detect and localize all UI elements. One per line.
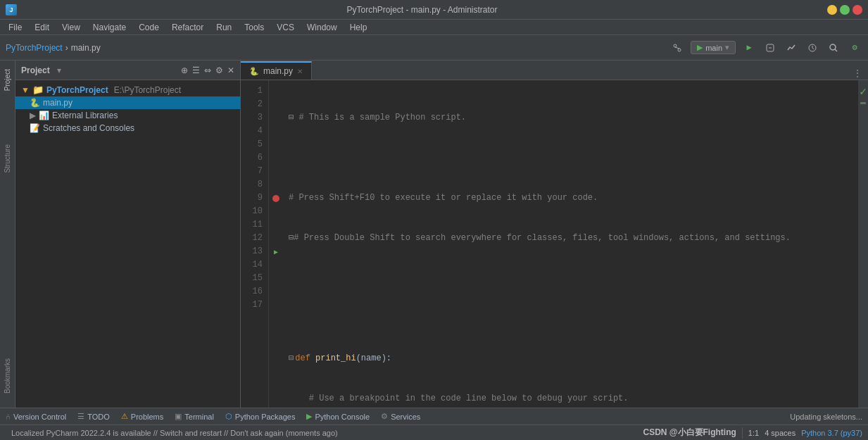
toolbar-breadcrumb: PyTorchProject › main.py <box>6 43 101 53</box>
indent-indicator[interactable]: 4 spaces <box>765 429 795 437</box>
maximize-button[interactable] <box>840 5 850 15</box>
tab-close-button[interactable]: ✕ <box>297 68 303 75</box>
code-line-6 <box>286 312 858 325</box>
editor-tab-main-py[interactable]: 🐍 main.py ✕ <box>241 61 312 80</box>
bottom-tab-terminal[interactable]: ▣ Terminal <box>169 408 220 425</box>
coverage-button[interactable] <box>784 40 799 56</box>
external-libs-label: External Libraries <box>52 111 118 120</box>
run-button[interactable]: ▶ <box>741 40 757 56</box>
run-config-dropdown-icon: ▾ <box>725 43 729 52</box>
bottom-tab-todo[interactable]: ☰ TODO <box>72 408 115 425</box>
profile-button[interactable] <box>805 40 820 56</box>
toolbar-right: ▶ main ▾ ▶ ⚙ <box>669 40 862 56</box>
close-button[interactable] <box>853 5 862 15</box>
menu-tools[interactable]: Tools <box>239 21 270 34</box>
main-py-label: main.py <box>43 98 73 108</box>
gutter-line-2 <box>269 98 283 111</box>
title-bar-left: J <box>6 4 17 15</box>
menu-window[interactable]: Window <box>301 21 343 34</box>
project-folder-icon: 📁 <box>32 84 44 95</box>
svg-line-2 <box>675 47 679 49</box>
horizontal-split-icon[interactable]: ⇔ <box>204 65 211 75</box>
tree-item-main-py[interactable]: 🐍 main.py <box>15 96 240 109</box>
run-config-selector[interactable]: ▶ main ▾ <box>691 41 736 54</box>
bottom-tab-services[interactable]: ⚙ Services <box>375 408 426 425</box>
editor-tabs: 🐍 main.py ✕ ⋮ <box>241 61 868 80</box>
toolbar-project-name[interactable]: PyTorchProject <box>6 43 63 53</box>
side-tab-structure[interactable]: Structure <box>2 139 13 179</box>
gutter-line-12 <box>269 232 283 245</box>
menu-vcs[interactable]: VCS <box>271 21 300 34</box>
position-indicator[interactable]: 1:1 <box>748 429 759 437</box>
version-control-icon: ⑃ <box>6 413 11 421</box>
menu-run[interactable]: Run <box>210 21 237 34</box>
menu-edit[interactable]: Edit <box>29 21 55 34</box>
python-console-label: Python Console <box>315 413 370 421</box>
tree-item-scratches[interactable]: 📝 Scratches and Consoles <box>15 122 240 134</box>
git-icon[interactable] <box>669 40 685 56</box>
gutter-line-4 <box>269 125 283 138</box>
divider <box>742 427 743 439</box>
code-line-3: # Press Shift+F10 to execute it or repla… <box>286 191 858 205</box>
gutter: ▶ <box>269 80 283 408</box>
bottom-toolbar: ⑃ Version Control ☰ TODO ⚠ Problems ▣ Te… <box>0 408 868 425</box>
breadcrumb-separator: › <box>65 43 68 53</box>
bottom-tab-python-packages[interactable]: ⬡ Python Packages <box>220 408 301 425</box>
todo-icon: ☰ <box>77 412 84 421</box>
run-arrow-icon: ▶ <box>274 248 278 256</box>
svg-point-0 <box>674 44 677 47</box>
project-dropdown-icon[interactable]: ▾ <box>57 65 61 75</box>
watermark-text: CSDN @小白要Fighting <box>643 427 736 439</box>
python-console-icon: ▶ <box>306 412 312 421</box>
tree-item-external-libs[interactable]: ▶ 📊 External Libraries <box>15 109 240 122</box>
gutter-run-13[interactable]: ▶ <box>269 245 283 258</box>
right-scrollbar[interactable]: ✓ <box>858 80 868 408</box>
minimize-button[interactable] <box>827 5 837 15</box>
new-file-icon[interactable]: ⊕ <box>181 65 188 75</box>
editor-options-icon[interactable]: ⋮ <box>853 68 862 80</box>
list-options-icon[interactable]: ☰ <box>192 65 200 75</box>
gutter-breakpoint-9[interactable] <box>269 191 283 205</box>
menu-code[interactable]: Code <box>133 21 165 34</box>
debug-button[interactable] <box>762 40 778 56</box>
search-button[interactable] <box>826 40 841 56</box>
no-errors-indicator: ✓ <box>857 82 868 101</box>
side-tab-project[interactable]: Project <box>2 63 13 96</box>
menu-bar: File Edit View Navigate Code Refactor Ru… <box>0 20 868 35</box>
code-line-7: ⊟def print_hi(name): <box>286 352 858 365</box>
code-content[interactable]: ⊟ # This is a sample Python script. # Pr… <box>283 80 858 408</box>
menu-file[interactable]: File <box>3 21 27 34</box>
todo-label: TODO <box>87 413 110 421</box>
side-tab-bookmarks[interactable]: Bookmarks <box>2 353 13 399</box>
status-bar-right: CSDN @小白要Fighting 1:1 4 spaces Python 3.… <box>643 427 862 439</box>
tree-item-project-root[interactable]: ▼ 📁 PyTorchProject E:\PyTorchProject <box>15 83 240 96</box>
bottom-tab-version-control[interactable]: ⑃ Version Control <box>0 408 72 425</box>
gear-icon[interactable]: ⚙ <box>215 65 223 75</box>
python-file-icon: 🐍 <box>30 98 40 108</box>
menu-help[interactable]: Help <box>344 21 373 34</box>
status-bar: Localized PyCharm 2022.2.4 is available … <box>0 425 868 440</box>
notification-label: Localized PyCharm 2022.2.4 is available … <box>11 429 338 437</box>
bottom-tab-problems[interactable]: ⚠ Problems <box>115 408 169 425</box>
bottom-tab-python-console[interactable]: ▶ Python Console <box>301 408 375 425</box>
code-line-4: ⊟# Press Double Shift to search everywhe… <box>286 232 858 245</box>
gutter-line-10 <box>269 205 283 218</box>
project-panel-header: Project ▾ ⊕ ☰ ⇔ ⚙ ✕ <box>15 61 240 80</box>
menu-refactor[interactable]: Refactor <box>166 21 209 34</box>
panel-close-icon[interactable]: ✕ <box>227 65 234 75</box>
gutter-line-6 <box>269 151 283 165</box>
gutter-line-17 <box>269 298 283 312</box>
breakpoint-marker[interactable] <box>272 195 279 202</box>
scroll-indicator <box>860 102 866 104</box>
toolbar-file-name[interactable]: main.py <box>71 43 101 53</box>
ext-lib-icon: 📊 <box>39 111 49 120</box>
run-config-icon: ▶ <box>697 43 703 52</box>
menu-view[interactable]: View <box>56 21 86 34</box>
python-version-indicator[interactable]: Python 3.7 (py37) <box>801 429 862 437</box>
code-line-8: # Use a breakpoint in the code line belo… <box>286 392 858 406</box>
problems-icon: ⚠ <box>121 412 128 421</box>
menu-navigate[interactable]: Navigate <box>87 21 132 34</box>
notification-text[interactable]: Localized PyCharm 2022.2.4 is available … <box>6 425 344 440</box>
settings-button[interactable]: ⚙ <box>847 40 862 56</box>
project-root-path: E:\PyTorchProject <box>114 85 181 95</box>
